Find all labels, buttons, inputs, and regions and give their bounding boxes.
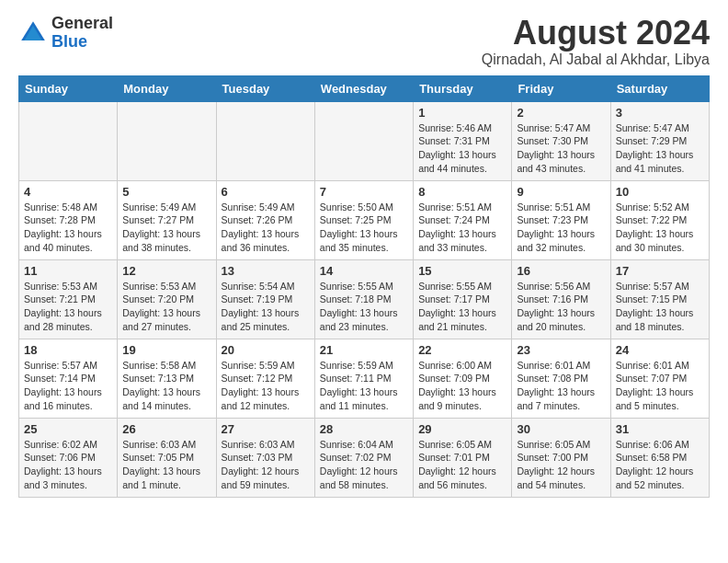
day-number: 18 <box>24 343 112 357</box>
day-number: 22 <box>418 343 506 357</box>
day-number: 21 <box>320 343 408 357</box>
day-number: 20 <box>222 343 310 357</box>
day-number: 2 <box>517 106 605 120</box>
day-number: 4 <box>24 185 112 199</box>
day-info: Sunrise: 5:55 AM Sunset: 7:17 PM Dayligh… <box>418 280 506 334</box>
day-info: Sunrise: 6:03 AM Sunset: 7:05 PM Dayligh… <box>122 438 210 492</box>
day-info: Sunrise: 5:57 AM Sunset: 7:15 PM Dayligh… <box>616 280 704 334</box>
day-cell: 17Sunrise: 5:57 AM Sunset: 7:15 PM Dayli… <box>610 259 709 339</box>
day-info: Sunrise: 6:03 AM Sunset: 7:03 PM Dayligh… <box>222 438 310 492</box>
logo: General Blue <box>18 15 113 52</box>
day-info: Sunrise: 5:47 AM Sunset: 7:30 PM Dayligh… <box>517 121 605 176</box>
day-cell: 22Sunrise: 6:00 AM Sunset: 7:09 PM Dayli… <box>414 339 512 418</box>
main-title: August 2024 <box>482 15 710 52</box>
day-info: Sunrise: 6:00 AM Sunset: 7:09 PM Dayligh… <box>418 359 506 413</box>
day-cell: 6Sunrise: 5:49 AM Sunset: 7:26 PM Daylig… <box>216 180 314 259</box>
day-info: Sunrise: 6:04 AM Sunset: 7:02 PM Dayligh… <box>320 438 408 492</box>
day-number: 31 <box>616 422 704 436</box>
day-info: Sunrise: 5:51 AM Sunset: 7:23 PM Dayligh… <box>517 201 605 255</box>
day-info: Sunrise: 5:47 AM Sunset: 7:29 PM Dayligh… <box>616 121 704 176</box>
day-info: Sunrise: 5:52 AM Sunset: 7:22 PM Dayligh… <box>616 201 704 255</box>
day-cell: 9Sunrise: 5:51 AM Sunset: 7:23 PM Daylig… <box>512 180 610 259</box>
day-number: 14 <box>320 264 408 278</box>
day-info: Sunrise: 5:59 AM Sunset: 7:12 PM Dayligh… <box>222 359 310 413</box>
logo-general-text: General <box>51 15 113 33</box>
header-row: SundayMondayTuesdayWednesdayThursdayFrid… <box>19 75 710 101</box>
day-number: 5 <box>122 185 210 199</box>
day-cell: 12Sunrise: 5:53 AM Sunset: 7:20 PM Dayli… <box>118 259 216 339</box>
day-number: 7 <box>320 185 408 199</box>
day-cell: 15Sunrise: 5:55 AM Sunset: 7:17 PM Dayli… <box>414 259 512 339</box>
day-info: Sunrise: 5:49 AM Sunset: 7:27 PM Dayligh… <box>122 201 210 255</box>
day-cell: 28Sunrise: 6:04 AM Sunset: 7:02 PM Dayli… <box>314 418 413 497</box>
day-cell: 19Sunrise: 5:58 AM Sunset: 7:13 PM Dayli… <box>118 339 216 418</box>
day-cell: 24Sunrise: 6:01 AM Sunset: 7:07 PM Dayli… <box>610 339 709 418</box>
week-row-4: 18Sunrise: 5:57 AM Sunset: 7:14 PM Dayli… <box>19 339 710 418</box>
day-cell: 18Sunrise: 5:57 AM Sunset: 7:14 PM Dayli… <box>19 339 118 418</box>
day-info: Sunrise: 5:58 AM Sunset: 7:13 PM Dayligh… <box>122 359 210 413</box>
day-number: 17 <box>616 264 704 278</box>
day-cell <box>314 101 413 180</box>
day-number: 8 <box>418 185 506 199</box>
day-info: Sunrise: 5:57 AM Sunset: 7:14 PM Dayligh… <box>24 359 112 413</box>
title-block: August 2024 Qirnadah, Al Jabal al Akhdar… <box>482 15 710 68</box>
day-info: Sunrise: 6:05 AM Sunset: 7:01 PM Dayligh… <box>418 438 506 492</box>
day-cell: 31Sunrise: 6:06 AM Sunset: 6:58 PM Dayli… <box>610 418 709 497</box>
day-cell: 10Sunrise: 5:52 AM Sunset: 7:22 PM Dayli… <box>610 180 709 259</box>
day-cell: 27Sunrise: 6:03 AM Sunset: 7:03 PM Dayli… <box>216 418 314 497</box>
day-number: 16 <box>517 264 605 278</box>
day-cell: 5Sunrise: 5:49 AM Sunset: 7:27 PM Daylig… <box>118 180 216 259</box>
day-cell: 3Sunrise: 5:47 AM Sunset: 7:29 PM Daylig… <box>610 101 709 180</box>
day-cell: 16Sunrise: 5:56 AM Sunset: 7:16 PM Dayli… <box>512 259 610 339</box>
day-number: 24 <box>616 343 704 357</box>
day-number: 3 <box>616 106 704 120</box>
day-info: Sunrise: 5:56 AM Sunset: 7:16 PM Dayligh… <box>517 280 605 334</box>
day-cell <box>118 101 216 180</box>
day-cell: 29Sunrise: 6:05 AM Sunset: 7:01 PM Dayli… <box>414 418 512 497</box>
day-info: Sunrise: 6:06 AM Sunset: 6:58 PM Dayligh… <box>616 438 704 492</box>
day-number: 12 <box>122 264 210 278</box>
logo-blue-text: Blue <box>51 33 113 52</box>
header-cell-monday: Monday <box>118 75 216 101</box>
week-row-3: 11Sunrise: 5:53 AM Sunset: 7:21 PM Dayli… <box>19 259 710 339</box>
day-number: 13 <box>222 264 310 278</box>
logo-icon <box>18 18 48 48</box>
day-number: 25 <box>24 422 112 436</box>
day-info: Sunrise: 5:54 AM Sunset: 7:19 PM Dayligh… <box>222 280 310 334</box>
day-cell: 4Sunrise: 5:48 AM Sunset: 7:28 PM Daylig… <box>19 180 118 259</box>
day-cell: 11Sunrise: 5:53 AM Sunset: 7:21 PM Dayli… <box>19 259 118 339</box>
day-number: 6 <box>222 185 310 199</box>
day-info: Sunrise: 5:55 AM Sunset: 7:18 PM Dayligh… <box>320 280 408 334</box>
day-info: Sunrise: 6:01 AM Sunset: 7:07 PM Dayligh… <box>616 359 704 413</box>
day-info: Sunrise: 6:01 AM Sunset: 7:08 PM Dayligh… <box>517 359 605 413</box>
day-cell: 23Sunrise: 6:01 AM Sunset: 7:08 PM Dayli… <box>512 339 610 418</box>
day-cell <box>216 101 314 180</box>
day-info: Sunrise: 5:46 AM Sunset: 7:31 PM Dayligh… <box>418 121 506 176</box>
day-cell: 2Sunrise: 5:47 AM Sunset: 7:30 PM Daylig… <box>512 101 610 180</box>
week-row-1: 1Sunrise: 5:46 AM Sunset: 7:31 PM Daylig… <box>19 101 710 180</box>
day-cell: 20Sunrise: 5:59 AM Sunset: 7:12 PM Dayli… <box>216 339 314 418</box>
day-cell: 7Sunrise: 5:50 AM Sunset: 7:25 PM Daylig… <box>314 180 413 259</box>
day-number: 19 <box>122 343 210 357</box>
day-info: Sunrise: 5:59 AM Sunset: 7:11 PM Dayligh… <box>320 359 408 413</box>
day-cell: 1Sunrise: 5:46 AM Sunset: 7:31 PM Daylig… <box>414 101 512 180</box>
header-cell-sunday: Sunday <box>19 75 118 101</box>
day-cell: 21Sunrise: 5:59 AM Sunset: 7:11 PM Dayli… <box>314 339 413 418</box>
day-number: 27 <box>222 422 310 436</box>
calendar-body: 1Sunrise: 5:46 AM Sunset: 7:31 PM Daylig… <box>19 101 710 497</box>
header-cell-friday: Friday <box>512 75 610 101</box>
day-number: 11 <box>24 264 112 278</box>
calendar-header: SundayMondayTuesdayWednesdayThursdayFrid… <box>19 75 710 101</box>
day-cell: 13Sunrise: 5:54 AM Sunset: 7:19 PM Dayli… <box>216 259 314 339</box>
day-cell: 26Sunrise: 6:03 AM Sunset: 7:05 PM Dayli… <box>118 418 216 497</box>
day-cell <box>19 101 118 180</box>
day-info: Sunrise: 5:53 AM Sunset: 7:20 PM Dayligh… <box>122 280 210 334</box>
day-cell: 8Sunrise: 5:51 AM Sunset: 7:24 PM Daylig… <box>414 180 512 259</box>
header-cell-thursday: Thursday <box>414 75 512 101</box>
header-cell-wednesday: Wednesday <box>314 75 413 101</box>
day-cell: 30Sunrise: 6:05 AM Sunset: 7:00 PM Dayli… <box>512 418 610 497</box>
day-info: Sunrise: 5:51 AM Sunset: 7:24 PM Dayligh… <box>418 201 506 255</box>
day-number: 29 <box>418 422 506 436</box>
day-info: Sunrise: 6:05 AM Sunset: 7:00 PM Dayligh… <box>517 438 605 492</box>
day-info: Sunrise: 5:50 AM Sunset: 7:25 PM Dayligh… <box>320 201 408 255</box>
